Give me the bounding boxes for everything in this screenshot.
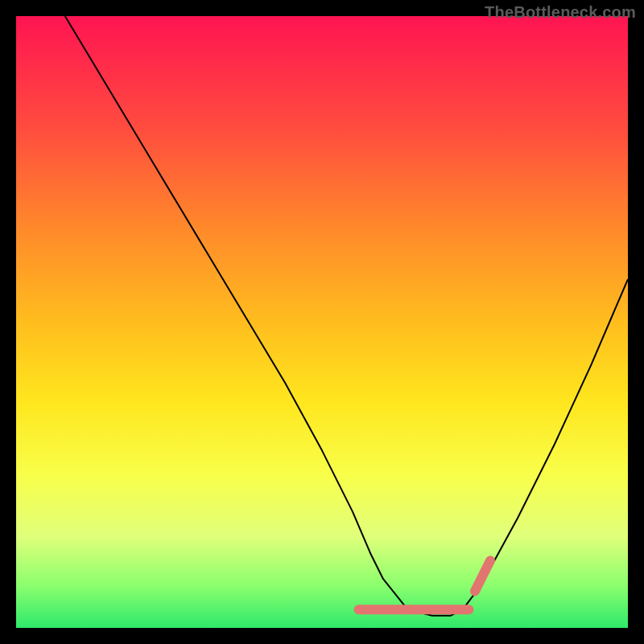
right-lift-marker xyxy=(475,560,490,591)
bottleneck-curve xyxy=(65,16,628,616)
watermark-text: TheBottleneck.com xyxy=(485,3,636,22)
chart-frame: TheBottleneck.com xyxy=(0,0,644,644)
curve-layer xyxy=(16,16,628,628)
